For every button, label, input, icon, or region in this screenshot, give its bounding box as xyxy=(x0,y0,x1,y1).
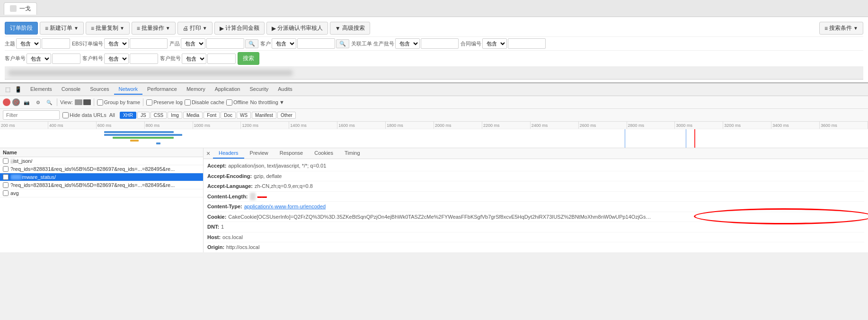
list-view-icon[interactable] xyxy=(75,99,82,105)
requests-panel: Name gist_json/ ?req_ids=828831&req_ids%… xyxy=(0,148,868,252)
tab-application[interactable]: Application xyxy=(210,84,245,95)
contract-no-select[interactable]: 包含 xyxy=(482,38,507,49)
order-stage-button[interactable]: 订单阶段 xyxy=(5,22,38,35)
tab-performance[interactable]: Performance xyxy=(142,84,182,95)
ebs-group: EBS订单编号 包含 xyxy=(72,38,168,49)
request-row-4[interactable]: avg xyxy=(0,189,203,197)
hide-data-urls-label: Hide data URLs xyxy=(62,112,106,118)
request-checkbox-2[interactable] xyxy=(3,174,9,180)
filter-xhr[interactable]: XHR xyxy=(120,112,136,119)
devtools-topbar: ⬚ 📱 Elements Console Sources Network Per… xyxy=(0,83,868,96)
dropdown-arrow4: ▼ xyxy=(203,26,207,31)
customer-material-input[interactable] xyxy=(130,53,158,64)
customer-input[interactable] xyxy=(297,38,335,49)
search-button[interactable]: 搜索 xyxy=(238,52,259,65)
preserve-log-checkbox[interactable] xyxy=(146,99,152,106)
device-toolbar-button[interactable]: 📱 xyxy=(13,85,23,94)
filter-input[interactable] xyxy=(3,110,60,120)
detail-close-button[interactable]: × xyxy=(204,149,213,158)
detail-tab-preview[interactable]: Preview xyxy=(244,148,274,159)
separator1 xyxy=(57,98,57,106)
tab-console[interactable]: Console xyxy=(57,84,85,95)
request-row-1[interactable]: ?req_ids=828831&req_ids%5B%5D=828697&req… xyxy=(0,165,203,173)
new-order-button[interactable]: ≡ 新建订单 ▼ xyxy=(40,22,84,35)
customer-select[interactable]: 包含 xyxy=(272,38,296,49)
tab-audits[interactable]: Audits xyxy=(273,84,297,95)
timeline-bar-5 xyxy=(156,142,160,144)
customer-material-select[interactable]: 包含 xyxy=(104,53,129,64)
content-blurred xyxy=(9,70,292,76)
customer-search-button[interactable]: 🔍 xyxy=(336,39,349,48)
request-checkbox-0[interactable] xyxy=(3,158,9,164)
advanced-search-button[interactable]: ▼ 高级搜索 xyxy=(330,22,370,35)
network-toolbar: 🚫 📷 ⚙ 🔍 View: Group by frame Preserve lo… xyxy=(0,96,868,109)
assign-reviewer-button[interactable]: ▶ 分派确认书审核人 xyxy=(266,22,328,35)
inspect-element-button[interactable]: ⬚ xyxy=(3,85,12,94)
filter-img[interactable]: Img xyxy=(168,112,182,119)
tab-network[interactable]: Network xyxy=(114,84,142,95)
header-host: Host: ocs.local xyxy=(207,232,864,243)
tab-sources[interactable]: Sources xyxy=(85,84,114,95)
tab-favicon xyxy=(10,5,17,12)
record-button[interactable] xyxy=(3,98,10,106)
theme-select[interactable]: 包含 xyxy=(16,38,41,49)
related-order-input[interactable] xyxy=(421,38,459,49)
customer-no-select[interactable]: 包含 xyxy=(27,53,51,64)
group-by-frame-checkbox[interactable] xyxy=(97,99,103,106)
request-checkbox-3[interactable] xyxy=(3,182,9,188)
filter-doc[interactable]: Doc xyxy=(221,112,236,119)
request-row-3[interactable]: ?req_ids=828831&req_ids%5B%5D=828697&req… xyxy=(0,181,203,189)
list-icon: ≡ xyxy=(824,25,828,32)
request-row-0[interactable]: gist_json/ xyxy=(0,157,203,165)
customer-batch-select[interactable]: 包含 xyxy=(182,53,206,64)
hide-data-urls-checkbox[interactable] xyxy=(62,112,69,118)
camera-button[interactable]: 📷 xyxy=(22,98,31,107)
search-network-button[interactable]: 🔍 xyxy=(44,98,54,107)
tab-security[interactable]: Security xyxy=(245,84,273,95)
browser-tab[interactable]: 一戈 xyxy=(4,2,37,15)
request-checkbox-1[interactable] xyxy=(3,166,9,172)
ebs-input[interactable] xyxy=(130,38,168,49)
calc-amount-button[interactable]: ▶ 计算合同金额 xyxy=(214,22,265,35)
batch-copy-button[interactable]: ≡ 批量复制 ▼ xyxy=(86,22,130,35)
customer-batch-input[interactable] xyxy=(207,53,236,64)
request-row-2[interactable]: get_tmware_status/ xyxy=(0,173,203,181)
filter-js[interactable]: JS xyxy=(137,112,150,119)
detail-tab-response[interactable]: Response xyxy=(274,148,309,159)
large-view-icon[interactable] xyxy=(83,99,91,105)
product-input[interactable] xyxy=(206,38,244,49)
tick-1000: 1000 ms xyxy=(193,122,241,129)
customer-no-input[interactable] xyxy=(52,53,80,64)
offline-checkbox[interactable] xyxy=(226,99,232,106)
filter-ws[interactable]: WS xyxy=(237,112,251,119)
search-conditions-button[interactable]: ≡ 搜索条件 ▼ xyxy=(819,22,863,35)
product-select[interactable]: 包含 xyxy=(181,38,205,49)
tab-memory[interactable]: Memory xyxy=(182,84,210,95)
tick-3200: 3200 ms xyxy=(723,122,771,129)
batch-ops-button[interactable]: ≡ 批量操作 ▼ xyxy=(132,22,176,35)
filter-media[interactable]: Media xyxy=(183,112,203,119)
detail-tab-timing[interactable]: Timing xyxy=(339,148,366,159)
tab-elements[interactable]: Elements xyxy=(26,84,57,95)
filter-manifest[interactable]: Manifest xyxy=(252,112,276,119)
filter-other[interactable]: Other xyxy=(277,112,296,119)
filter-font[interactable]: Font xyxy=(204,112,220,119)
detail-tab-headers[interactable]: Headers xyxy=(213,148,244,159)
tick-2600: 2600 ms xyxy=(579,122,627,129)
related-order-select[interactable]: 包含 xyxy=(395,38,420,49)
contract-no-input[interactable] xyxy=(508,38,546,49)
filter-toggle-button[interactable]: ⚙ xyxy=(33,98,43,107)
clear-button[interactable]: 🚫 xyxy=(12,98,20,106)
request-checkbox-4[interactable] xyxy=(3,190,9,196)
filter-css[interactable]: CSS xyxy=(151,112,167,119)
product-search-button[interactable]: 🔍 xyxy=(245,39,258,48)
ebs-select[interactable]: 包含 xyxy=(104,38,129,49)
detail-tab-cookies[interactable]: Cookies xyxy=(309,148,339,159)
disable-cache-checkbox[interactable] xyxy=(185,99,191,106)
timeline-ruler: 200 ms 400 ms 600 ms 800 ms 1000 ms 1200… xyxy=(0,122,868,129)
customer-material-label: 客户料号 xyxy=(82,55,103,62)
offline-label: Offline xyxy=(226,99,248,106)
theme-input[interactable] xyxy=(42,38,70,49)
print-button[interactable]: 🖨 打印 ▼ xyxy=(177,22,213,35)
tick-2800: 2800 ms xyxy=(627,122,675,129)
